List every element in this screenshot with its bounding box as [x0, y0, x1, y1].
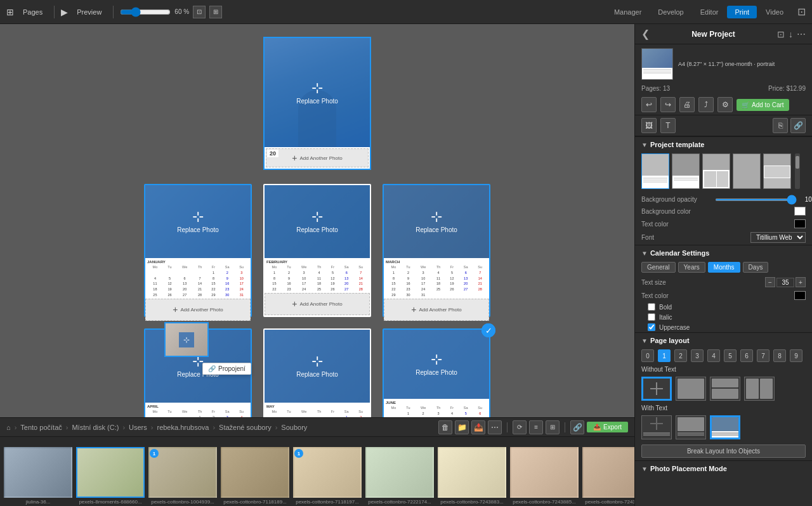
break-layout-button[interactable]: Break Layout Into Objects — [641, 444, 806, 458]
replace-overlay-1[interactable]: ⊹ Replace Photo — [265, 185, 370, 258]
layout-num-4[interactable]: 4 — [707, 349, 720, 362]
window-icon[interactable]: ⊡ — [797, 6, 806, 18]
layout-num-7[interactable]: 7 — [757, 349, 769, 362]
page-card-3[interactable]: ⊹ Propojení ⊹ Replace Photo APRIL — [144, 328, 252, 417]
sort-button[interactable]: ≡ — [529, 420, 543, 434]
zoom-slider[interactable] — [120, 7, 171, 17]
pages-button[interactable]: Pages — [18, 6, 48, 18]
delete-button[interactable]: 🗑 — [438, 420, 452, 434]
lt-box-with-text-2[interactable] — [710, 415, 740, 439]
more-button[interactable]: ⋯ — [488, 420, 502, 434]
tab-print[interactable]: Print — [727, 6, 757, 18]
cal-tab-months[interactable]: Months — [708, 262, 740, 273]
page-card-5[interactable]: ⊹ Replace Photo JUNE MoTuWeThFrSaSu 1234… — [383, 328, 490, 417]
replace-overlay-0[interactable]: ⊹ Replace Photo — [145, 185, 251, 258]
panel-icon-btn-2[interactable]: ⋯ — [797, 29, 806, 39]
replace-overlay-4[interactable]: ⊹ Replace Photo — [265, 330, 370, 403]
new-folder-button[interactable]: 📁 — [455, 420, 469, 434]
thumb-7[interactable]: pexels-cottonbro-7243885... — [509, 447, 579, 506]
share-panel-button[interactable]: ⤴ — [698, 97, 714, 112]
layout-num-6[interactable]: 6 — [740, 349, 753, 362]
template-thumb-3[interactable] — [733, 153, 761, 189]
project-template-header[interactable]: ▼ Project template — [635, 136, 812, 151]
text-size-dec[interactable]: − — [765, 277, 775, 287]
thumb-6[interactable]: pexels-cottonbro-7243883... — [437, 447, 507, 506]
thumb-2[interactable]: 1 pexels-cottonbro-1004939... — [148, 447, 218, 506]
thumb-0[interactable]: jiulina-36... — [3, 447, 73, 506]
bg-color-swatch[interactable] — [794, 207, 806, 216]
replace-overlay-5[interactable]: ⊹ Replace Photo — [384, 330, 489, 399]
text-size-inc[interactable]: + — [796, 277, 806, 287]
copy-button[interactable]: ⎘ — [773, 118, 788, 133]
thumb-5[interactable]: pexels-cottonbro-7222174... — [365, 447, 435, 506]
page-card-4[interactable]: ⊹ Replace Photo MAY MoTuWeThFrSaSu 12 34… — [263, 328, 371, 417]
bc-item-1[interactable]: Místní disk (C:) — [72, 424, 119, 431]
cal-tab-years[interactable]: Years — [678, 262, 705, 273]
export-button[interactable]: 📤 Export — [587, 422, 628, 432]
bc-item-0[interactable]: Tento počítač — [20, 424, 62, 431]
bc-item-5[interactable]: Soubory — [281, 424, 307, 431]
lt-box-2[interactable] — [710, 377, 740, 401]
panel-icon-btn-0[interactable]: ⊡ — [777, 29, 785, 39]
thumb-4[interactable]: 1 pexels-cottonbro-7118197... — [292, 447, 362, 506]
thumb-1[interactable]: pexels-8moments-688660... — [75, 447, 145, 506]
text-tool-button[interactable]: T — [660, 118, 676, 133]
page-layout-header[interactable]: ▼ Page layout — [635, 332, 812, 347]
layout-num-3[interactable]: 3 — [691, 349, 704, 362]
bc-item-4[interactable]: Stažené soubory — [219, 424, 272, 431]
layout-num-8[interactable]: 8 — [773, 349, 786, 362]
add-to-cart-button[interactable]: 🛒 Add to Cart — [737, 99, 789, 111]
tab-develop[interactable]: Develop — [650, 6, 691, 18]
redo-button[interactable]: ↪ — [660, 97, 676, 112]
layout-num-1[interactable]: 1 — [658, 349, 671, 362]
bc-item-3[interactable]: rebeka.hrubsova — [157, 424, 209, 431]
add-photo-1[interactable]: + Add Another Photo — [265, 293, 370, 315]
layout-num-0[interactable]: 0 — [641, 349, 654, 362]
link-button[interactable]: 🔗 — [570, 420, 584, 434]
bg-opacity-slider[interactable] — [715, 198, 797, 201]
font-select[interactable]: Titillium Web — [750, 232, 806, 243]
zoom-fit-button[interactable]: ⊡ — [193, 6, 206, 18]
template-thumb-0[interactable] — [641, 153, 669, 189]
zoom-fill-button[interactable]: ⊞ — [209, 6, 222, 18]
tab-editor[interactable]: Editor — [693, 6, 726, 18]
template-thumb-2[interactable] — [702, 153, 730, 189]
image-tool-button[interactable]: 🖼 — [641, 118, 657, 133]
lt-box-with-text-1[interactable] — [676, 415, 706, 439]
canvas-scroll[interactable]: ⊹ Replace Photo + Add Another Photo 20 — [0, 24, 634, 417]
thumb-8[interactable]: pexels-cottonbro-7243891... — [582, 447, 634, 506]
uppercase-checkbox[interactable] — [648, 323, 655, 331]
bc-item-2[interactable]: Users — [129, 424, 147, 431]
tab-manager[interactable]: Manager — [606, 6, 649, 18]
print-button[interactable]: 🖨 — [679, 97, 695, 112]
page-card-1[interactable]: ⊹ Replace Photo FEBRUARY MoTuWeThFrSaSu … — [263, 184, 371, 317]
filter-button[interactable]: ⊞ — [546, 420, 560, 434]
lt-box-1[interactable] — [676, 377, 706, 401]
panel-back-button[interactable]: ❮ — [641, 28, 650, 40]
panel-icon-btn-1[interactable]: ↓ — [789, 29, 793, 39]
page-card-2[interactable]: ⊹ Replace Photo MARCH MoTuWeThFrSaSu 123… — [383, 184, 490, 317]
tab-video[interactable]: Video — [758, 6, 791, 18]
settings-button[interactable]: ⚙ — [717, 97, 733, 112]
share-button[interactable]: ⟳ — [513, 420, 527, 434]
italic-checkbox[interactable] — [648, 313, 655, 321]
add-photo-0[interactable]: + Add Another Photo — [145, 299, 251, 321]
preview-button[interactable]: Preview — [72, 6, 107, 18]
undo-button[interactable]: ↩ — [641, 97, 657, 112]
thumb-3[interactable]: pexels-cottonbro-7118189... — [220, 447, 290, 506]
template-thumb-4[interactable] — [763, 153, 791, 189]
lt-box-3[interactable] — [744, 377, 775, 401]
add-photo-2[interactable]: + Add Another Photo — [384, 299, 489, 321]
photo-placement-header[interactable]: ▼ Photo Placement Mode — [635, 460, 812, 475]
template-thumb-1[interactable] — [672, 153, 700, 189]
cover-replace-overlay[interactable]: ⊹ Replace Photo — [265, 38, 370, 147]
bold-checkbox[interactable] — [648, 303, 655, 311]
cover-card[interactable]: ⊹ Replace Photo + Add Another Photo 20 — [263, 37, 371, 170]
text-color2-swatch[interactable] — [794, 291, 806, 300]
text-color-swatch[interactable] — [794, 219, 806, 228]
lt-box-0[interactable] — [641, 377, 672, 401]
lt-box-with-text-0[interactable] — [641, 415, 672, 439]
thumb-strip[interactable]: jiulina-36... pexels-8moments-688660... … — [0, 436, 634, 506]
link-panel-button[interactable]: 🔗 — [790, 118, 806, 133]
page-card-0[interactable]: ⊹ Replace Photo JANUARY MoTuWeThFrSaSu 1… — [144, 184, 252, 317]
